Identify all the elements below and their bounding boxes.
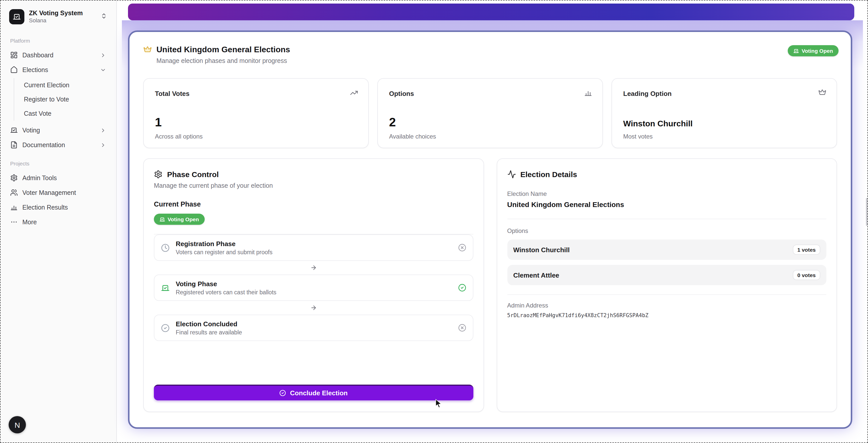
app-network: Solana xyxy=(29,18,83,24)
stat-caption: Most votes xyxy=(623,133,653,140)
stat-caption: Across all options xyxy=(155,133,203,140)
options-label: Options xyxy=(507,227,826,234)
stat-title: Options xyxy=(389,90,414,97)
users-icon xyxy=(10,189,18,196)
stat-value: 1 xyxy=(155,115,162,129)
stats-row: Total Votes 1 Across all options Options… xyxy=(143,78,837,148)
crown-icon xyxy=(818,89,826,97)
option-votes-badge: 1 votes xyxy=(793,245,820,255)
app-root: ZK Voting System Solana Platform Dashboa… xyxy=(0,0,868,443)
phase-name: Voting Phase xyxy=(176,280,276,288)
stat-card-options: Options 2 Available choices xyxy=(377,78,603,148)
bar-chart-icon xyxy=(10,203,18,211)
stat-title: Total Votes xyxy=(155,90,189,97)
sidebar-item-label: Election Results xyxy=(22,204,68,211)
vote-icon xyxy=(794,48,799,54)
gear-icon xyxy=(10,174,18,182)
ellipsis-icon xyxy=(10,218,18,226)
panels-row: Phase Control Manage the current phase o… xyxy=(143,158,837,412)
panel-subtitle: Manage the current phase of your electio… xyxy=(154,182,473,189)
election-details-panel: Election Details Election Name United Ki… xyxy=(496,158,837,412)
phase-control-header: Phase Control xyxy=(154,170,473,179)
current-phase-badge: Voting Open xyxy=(154,214,205,225)
current-phase-label: Current Phase xyxy=(154,200,473,208)
option-row-winston-churchill: Winston Churchill 1 votes xyxy=(507,240,826,260)
stat-value: Winston Churchill xyxy=(623,119,692,128)
sidebar-item-voter-management[interactable]: Voter Management xyxy=(7,185,109,200)
phase-description: Registered voters can cast their ballots xyxy=(176,289,276,295)
phase-row-registration[interactable]: Registration Phase Voters can register a… xyxy=(154,234,473,261)
page-subtitle: Manage election phases and monitor progr… xyxy=(156,57,290,64)
main-content: United Kingdom General Elections Manage … xyxy=(117,0,868,443)
voting-open-badge: Voting Open xyxy=(788,45,839,56)
sidebar-item-documentation[interactable]: Documentation xyxy=(7,138,109,152)
sidebar-item-label: Documentation xyxy=(22,141,65,148)
sidebar-section-platform: Platform xyxy=(10,38,107,44)
workspace-switcher[interactable]: ZK Voting System Solana xyxy=(7,8,109,25)
admin-address-value: 5rDLraozMEfPaHgvK71dfi6y4X8zCT2jhS6RFGSP… xyxy=(507,312,826,318)
option-name: Winston Churchill xyxy=(513,246,569,253)
sidebar-item-current-election[interactable]: Current Election xyxy=(22,78,109,92)
phase-row-voting[interactable]: Voting Phase Registered voters can cast … xyxy=(154,275,473,301)
crown-icon xyxy=(143,46,152,54)
vote-icon xyxy=(161,283,169,292)
conclude-election-button[interactable]: Conclude Election xyxy=(154,385,473,400)
election-name-value: United Kingdom General Elections xyxy=(507,200,826,209)
chevrons-up-down-icon xyxy=(100,12,107,21)
sidebar-item-cast-vote[interactable]: Cast Vote xyxy=(22,107,109,121)
sidebar-item-dashboard[interactable]: Dashboard xyxy=(7,48,109,62)
current-phase-badge-label: Voting Open xyxy=(167,216,199,222)
top-gradient-bar xyxy=(128,4,854,20)
sidebar-item-election-results[interactable]: Election Results xyxy=(7,200,109,215)
sidebar-item-label: Voter Management xyxy=(22,189,76,196)
arrow-right-icon xyxy=(154,264,473,271)
status-badge-label: Voting Open xyxy=(802,48,833,54)
stat-title: Leading Option xyxy=(623,90,672,97)
phase-name: Election Concluded xyxy=(176,320,242,328)
mouse-cursor xyxy=(435,399,442,410)
panel-title: Election Details xyxy=(520,170,577,179)
option-votes-badge: 0 votes xyxy=(793,270,820,280)
arrow-right-icon xyxy=(154,304,473,311)
activity-icon xyxy=(507,170,516,179)
chevron-right-icon xyxy=(100,127,106,133)
stat-value: 2 xyxy=(389,115,396,129)
phase-row-concluded[interactable]: Election Concluded Final results are ava… xyxy=(154,315,473,341)
sidebar-item-label: Elections xyxy=(22,66,48,73)
sidebar-item-label: Voting xyxy=(22,127,40,134)
phase-description: Voters can register and submit proofs xyxy=(176,249,273,255)
file-text-icon xyxy=(10,141,18,149)
sidebar-item-register-to-vote[interactable]: Register to Vote xyxy=(22,92,109,107)
phase-control-panel: Phase Control Manage the current phase o… xyxy=(143,158,484,412)
election-admin-card: United Kingdom General Elections Manage … xyxy=(128,30,852,429)
dev-indicator-badge[interactable]: N xyxy=(9,416,26,433)
chevron-right-icon xyxy=(100,52,106,58)
vote-icon xyxy=(10,126,18,134)
option-row-clement-attlee: Clement Attlee 0 votes xyxy=(507,265,826,285)
sidebar-item-label: Admin Tools xyxy=(22,174,57,181)
sidebar-item-elections[interactable]: Elections xyxy=(7,62,109,77)
sidebar-item-admin-tools[interactable]: Admin Tools xyxy=(7,171,109,185)
stat-caption: Available choices xyxy=(389,133,436,140)
sidebar-item-voting[interactable]: Voting xyxy=(7,123,109,138)
gear-icon xyxy=(154,170,162,179)
elections-submenu: Current Election Register to Vote Cast V… xyxy=(14,78,109,121)
clock-icon xyxy=(161,243,169,252)
page-header: United Kingdom General Elections Manage … xyxy=(143,45,837,64)
app-title: ZK Voting System xyxy=(29,10,83,17)
trending-up-icon xyxy=(350,89,358,97)
sidebar-item-label: Dashboard xyxy=(22,52,53,59)
sidebar: ZK Voting System Solana Platform Dashboa… xyxy=(0,0,117,443)
divider xyxy=(507,294,826,295)
election-name-label: Election Name xyxy=(507,190,826,197)
scrollbar-thumb[interactable] xyxy=(866,198,867,226)
app-logo-icon xyxy=(9,9,24,24)
chevron-down-icon xyxy=(100,67,106,73)
house-icon xyxy=(10,66,18,74)
conclude-election-label: Conclude Election xyxy=(290,389,348,397)
sidebar-section-projects: Projects xyxy=(10,160,107,166)
sidebar-item-more[interactable]: More xyxy=(7,215,109,229)
bar-chart-icon xyxy=(584,89,592,97)
circle-check-icon xyxy=(161,323,169,332)
panel-title: Phase Control xyxy=(167,170,219,179)
